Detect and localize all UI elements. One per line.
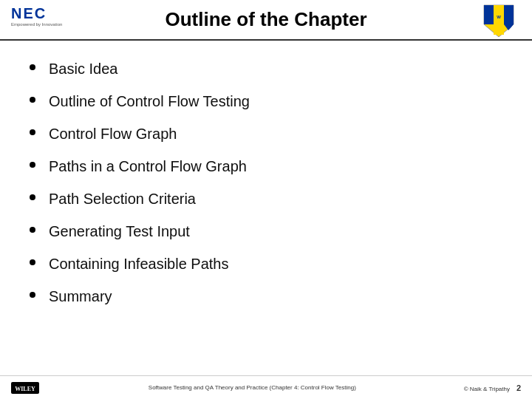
bullet-text: Paths in a Control Flow Graph xyxy=(49,157,247,176)
slide-content: Basic IdeaOutline of Control Flow Testin… xyxy=(0,41,532,334)
bullet-item: Outline of Control Flow Testing xyxy=(30,92,502,111)
bullet-item: Summary xyxy=(30,287,502,306)
page-number: 2 xyxy=(516,383,521,392)
footer-right: © Naik & Tripathy 2 xyxy=(464,383,521,392)
copyright-text: © Naik & Tripathy xyxy=(464,386,510,392)
bullet-dot-icon xyxy=(30,227,35,233)
bullet-item: Path Selection Criteria xyxy=(30,189,502,208)
bullet-dot-icon xyxy=(30,97,35,103)
bullet-text: Control Flow Graph xyxy=(49,124,177,143)
bullet-text: Containing Infeasible Paths xyxy=(49,254,229,273)
bullet-item: Control Flow Graph xyxy=(30,124,502,143)
bullet-text: Summary xyxy=(49,287,112,306)
bullet-item: Basic Idea xyxy=(30,59,502,78)
bullet-text: Path Selection Criteria xyxy=(49,189,196,208)
svg-text:W: W xyxy=(497,15,501,19)
nec-logo-text: NEC xyxy=(11,6,47,21)
bullet-list: Basic IdeaOutline of Control Flow Testin… xyxy=(30,59,502,306)
svg-rect-0 xyxy=(494,5,504,35)
bullet-text: Outline of Control Flow Testing xyxy=(49,92,250,111)
bullet-dot-icon xyxy=(30,129,35,135)
bullet-dot-icon xyxy=(30,292,35,298)
slide-header: NEC Empowered by Innovation Outline of t… xyxy=(0,0,532,41)
nec-logo: NEC Empowered by Innovation xyxy=(11,6,62,27)
wiley-logo: WILEY xyxy=(11,381,41,395)
bullet-dot-icon xyxy=(30,259,35,265)
slide-title: Outline of the Chapter xyxy=(166,8,367,31)
slide: NEC Empowered by Innovation Outline of t… xyxy=(0,0,532,399)
bullet-text: Basic Idea xyxy=(49,59,117,78)
bullet-item: Generating Test Input xyxy=(30,222,502,241)
footer-center-text: Software Testing and QA Theory and Pract… xyxy=(41,384,464,391)
slide-footer: WILEY Software Testing and QA Theory and… xyxy=(0,375,532,399)
bullet-dot-icon xyxy=(30,64,35,70)
footer-left: WILEY xyxy=(11,381,41,395)
bullet-item: Paths in a Control Flow Graph xyxy=(30,157,502,176)
bullet-text: Generating Test Input xyxy=(49,222,190,241)
svg-text:WILEY: WILEY xyxy=(15,386,35,392)
bullet-dot-icon xyxy=(30,194,35,200)
bullet-dot-icon xyxy=(30,162,35,168)
waterloo-logo: W xyxy=(480,4,521,37)
bullet-item: Containing Infeasible Paths xyxy=(30,254,502,273)
nec-logo-subtext: Empowered by Innovation xyxy=(11,22,62,27)
